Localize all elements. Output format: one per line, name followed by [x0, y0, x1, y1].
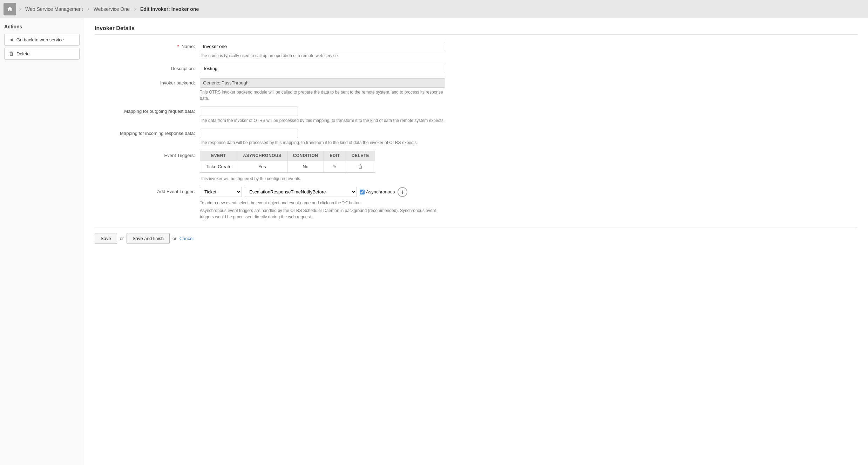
- delete-icon: 🗑: [9, 51, 14, 56]
- backend-row: Invoker backend: Generic::PassThrough Th…: [95, 78, 857, 102]
- event-table-hint: This invoker will be triggered by the co…: [200, 176, 445, 182]
- condition-cell: No: [287, 160, 324, 173]
- save-button[interactable]: Save: [95, 233, 117, 244]
- async-label-text: Asynchronous: [366, 189, 395, 194]
- backend-value: Generic::PassThrough: [200, 78, 445, 88]
- delete-cell: 🗑: [346, 160, 375, 173]
- event-name-select[interactable]: EscalationResponseTimeNotifyBeforeTicket…: [245, 187, 357, 197]
- mapping-out-field: The data from the invoker of OTRS will b…: [200, 107, 445, 124]
- sidebar: Actions ◄ Go back to web service 🗑 Delet…: [0, 18, 84, 465]
- backend-label: Invoker backend:: [95, 78, 200, 86]
- async-cell: Yes: [237, 160, 287, 173]
- breadcrumb-sep-2: ›: [87, 5, 89, 13]
- section-title: Invoker Details: [95, 25, 857, 35]
- delete-button[interactable]: 🗑 Delete: [4, 48, 80, 60]
- name-label: * Name:: [95, 42, 200, 49]
- breadcrumb-sep-1: ›: [19, 5, 21, 13]
- edit-row-button[interactable]: ✎: [331, 163, 338, 170]
- description-row: Description:: [95, 64, 857, 73]
- name-row: * Name: The name is typically used to ca…: [95, 42, 857, 59]
- breadcrumb-web-service-management[interactable]: Web Service Management: [22, 5, 86, 13]
- cancel-button[interactable]: Cancel: [179, 236, 194, 241]
- or-text-2: or: [172, 236, 177, 241]
- mapping-out-label: Mapping for outgoing request data:: [95, 107, 200, 114]
- event-cell: TicketCreate: [200, 160, 237, 173]
- mapping-in-field: The response data will be processed by t…: [200, 129, 445, 146]
- name-required: *: [177, 44, 179, 49]
- mapping-in-label: Mapping for incoming response data:: [95, 129, 200, 136]
- sidebar-title: Actions: [4, 24, 80, 29]
- breadcrumb-webservice-one[interactable]: Webservice One: [91, 5, 133, 13]
- add-event-hint2: Asynchronous event triggers are handled …: [200, 207, 445, 220]
- mapping-out-row: Mapping for outgoing request data: The d…: [95, 107, 857, 124]
- description-label: Description:: [95, 64, 200, 71]
- go-back-button[interactable]: ◄ Go back to web service: [4, 34, 80, 46]
- mapping-out-hint: The data from the invoker of OTRS will b…: [200, 117, 445, 124]
- async-checkbox[interactable]: [360, 190, 365, 194]
- add-event-row: Add Event Trigger: TicketArticleQueueUse…: [95, 187, 857, 220]
- event-triggers-field: EVENT ASYNCHRONOUS CONDITION EDIT DELETE…: [200, 151, 445, 182]
- home-icon[interactable]: [4, 3, 16, 15]
- action-buttons: Save or Save and finish or Cancel: [95, 227, 857, 244]
- mapping-in-input[interactable]: [200, 129, 298, 138]
- delete-label: Delete: [16, 51, 30, 56]
- name-field: The name is typically used to call up an…: [200, 42, 445, 59]
- add-event-button[interactable]: +: [398, 187, 407, 197]
- mapping-in-hint: The response data will be processed by t…: [200, 139, 445, 146]
- breadcrumb-edit-invoker: Edit Invoker: Invoker one: [137, 5, 202, 13]
- col-event: EVENT: [200, 151, 237, 160]
- content-area: Invoker Details * Name: The name is typi…: [84, 18, 868, 465]
- table-row: TicketCreate Yes No ✎ 🗑: [200, 160, 375, 173]
- add-event-controls: TicketArticleQueueUser EscalationRespons…: [200, 187, 445, 197]
- name-input[interactable]: [200, 42, 445, 51]
- add-event-label: Add Event Trigger:: [95, 187, 200, 194]
- add-event-field: TicketArticleQueueUser EscalationRespons…: [200, 187, 445, 220]
- name-hint: The name is typically used to call up an…: [200, 53, 445, 59]
- edit-cell: ✎: [324, 160, 346, 173]
- add-event-hint1: To add a new event select the event obje…: [200, 200, 445, 206]
- col-delete: DELETE: [346, 151, 375, 160]
- breadcrumb: › Web Service Management › Webservice On…: [0, 0, 868, 18]
- or-text-1: or: [120, 236, 124, 241]
- col-async: ASYNCHRONOUS: [237, 151, 287, 160]
- backend-field: Generic::PassThrough This OTRS invoker b…: [200, 78, 445, 102]
- go-back-label: Go back to web service: [16, 37, 64, 42]
- description-field: [200, 64, 445, 73]
- delete-row-button[interactable]: 🗑: [357, 163, 364, 170]
- mapping-in-row: Mapping for incoming response data: The …: [95, 129, 857, 146]
- backend-hint: This OTRS invoker backend module will be…: [200, 89, 445, 102]
- event-triggers-label: Event Triggers:: [95, 151, 200, 158]
- event-type-select[interactable]: TicketArticleQueueUser: [200, 187, 242, 197]
- col-condition: CONDITION: [287, 151, 324, 160]
- description-input[interactable]: [200, 64, 445, 73]
- breadcrumb-sep-3: ›: [134, 5, 136, 13]
- col-edit: EDIT: [324, 151, 346, 160]
- event-table: EVENT ASYNCHRONOUS CONDITION EDIT DELETE…: [200, 151, 375, 173]
- mapping-out-input[interactable]: [200, 107, 298, 116]
- save-finish-button[interactable]: Save and finish: [127, 233, 170, 244]
- event-triggers-row: Event Triggers: EVENT ASYNCHRONOUS CONDI…: [95, 151, 857, 182]
- back-icon: ◄: [9, 37, 14, 42]
- async-label: Asynchronous: [360, 189, 395, 194]
